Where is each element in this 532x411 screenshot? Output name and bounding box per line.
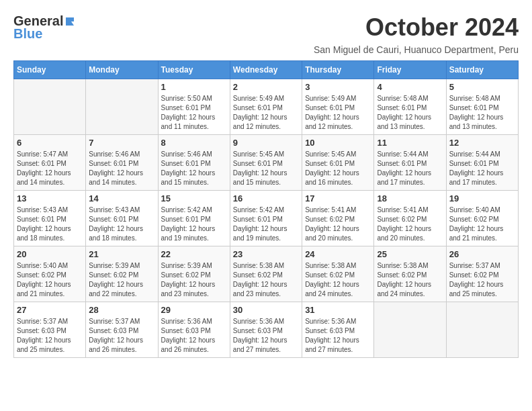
day-info: Sunrise: 5:36 AM Sunset: 6:03 PM Dayligh… bbox=[305, 317, 371, 355]
calendar-week-row: 1Sunrise: 5:50 AM Sunset: 6:01 PM Daylig… bbox=[14, 79, 519, 135]
table-row: 10Sunrise: 5:45 AM Sunset: 6:01 PM Dayli… bbox=[302, 135, 374, 191]
table-row: 28Sunrise: 5:37 AM Sunset: 6:03 PM Dayli… bbox=[86, 302, 158, 358]
day-number: 27 bbox=[17, 305, 83, 315]
day-number: 1 bbox=[161, 82, 227, 92]
title-section: October 2024 San Miguel de Cauri, Huanuc… bbox=[314, 13, 519, 55]
table-row bbox=[374, 302, 446, 358]
calendar-week-row: 6Sunrise: 5:47 AM Sunset: 6:01 PM Daylig… bbox=[14, 135, 519, 191]
day-info: Sunrise: 5:48 AM Sunset: 6:01 PM Dayligh… bbox=[449, 94, 515, 132]
calendar-table: Sunday Monday Tuesday Wednesday Thursday… bbox=[13, 60, 519, 358]
col-saturday: Saturday bbox=[446, 61, 518, 79]
page-header: General Blue October 2024 San Miguel de … bbox=[13, 13, 519, 55]
day-info: Sunrise: 5:37 AM Sunset: 6:03 PM Dayligh… bbox=[17, 317, 83, 355]
day-number: 19 bbox=[449, 193, 515, 203]
table-row: 15Sunrise: 5:42 AM Sunset: 6:01 PM Dayli… bbox=[158, 191, 230, 246]
table-row: 21Sunrise: 5:39 AM Sunset: 6:02 PM Dayli… bbox=[86, 246, 158, 302]
calendar-week-row: 13Sunrise: 5:43 AM Sunset: 6:01 PM Dayli… bbox=[14, 191, 519, 246]
table-row: 18Sunrise: 5:41 AM Sunset: 6:02 PM Dayli… bbox=[374, 191, 446, 246]
day-info: Sunrise: 5:39 AM Sunset: 6:02 PM Dayligh… bbox=[161, 261, 227, 299]
table-row: 14Sunrise: 5:43 AM Sunset: 6:01 PM Dayli… bbox=[86, 191, 158, 246]
day-number: 15 bbox=[161, 193, 227, 203]
col-wednesday: Wednesday bbox=[230, 61, 302, 79]
table-row: 11Sunrise: 5:44 AM Sunset: 6:01 PM Dayli… bbox=[374, 135, 446, 191]
day-info: Sunrise: 5:37 AM Sunset: 6:03 PM Dayligh… bbox=[89, 317, 154, 355]
day-number: 17 bbox=[305, 193, 371, 203]
day-number: 14 bbox=[89, 193, 154, 203]
day-info: Sunrise: 5:36 AM Sunset: 6:03 PM Dayligh… bbox=[161, 317, 227, 355]
day-number: 26 bbox=[449, 249, 515, 259]
day-number: 10 bbox=[305, 138, 371, 148]
table-row: 17Sunrise: 5:41 AM Sunset: 6:02 PM Dayli… bbox=[302, 191, 374, 246]
table-row: 16Sunrise: 5:42 AM Sunset: 6:01 PM Dayli… bbox=[230, 191, 302, 246]
svg-marker-0 bbox=[66, 17, 74, 26]
col-sunday: Sunday bbox=[14, 61, 86, 79]
day-number: 31 bbox=[305, 305, 371, 315]
day-info: Sunrise: 5:40 AM Sunset: 6:02 PM Dayligh… bbox=[449, 205, 515, 243]
day-info: Sunrise: 5:43 AM Sunset: 6:01 PM Dayligh… bbox=[89, 205, 154, 243]
table-row: 29Sunrise: 5:36 AM Sunset: 6:03 PM Dayli… bbox=[158, 302, 230, 358]
day-number: 9 bbox=[233, 138, 299, 148]
table-row: 13Sunrise: 5:43 AM Sunset: 6:01 PM Dayli… bbox=[14, 191, 86, 246]
day-number: 21 bbox=[89, 249, 154, 259]
col-thursday: Thursday bbox=[302, 61, 374, 79]
day-info: Sunrise: 5:48 AM Sunset: 6:01 PM Dayligh… bbox=[377, 94, 443, 132]
day-info: Sunrise: 5:37 AM Sunset: 6:02 PM Dayligh… bbox=[449, 261, 515, 299]
day-number: 29 bbox=[161, 305, 227, 315]
location: San Miguel de Cauri, Huanuco Department,… bbox=[314, 44, 519, 55]
table-row: 31Sunrise: 5:36 AM Sunset: 6:03 PM Dayli… bbox=[302, 302, 374, 358]
table-row: 6Sunrise: 5:47 AM Sunset: 6:01 PM Daylig… bbox=[14, 135, 86, 191]
day-number: 12 bbox=[449, 138, 515, 148]
day-info: Sunrise: 5:46 AM Sunset: 6:01 PM Dayligh… bbox=[161, 150, 227, 187]
day-info: Sunrise: 5:46 AM Sunset: 6:01 PM Dayligh… bbox=[89, 150, 154, 187]
day-number: 11 bbox=[377, 138, 443, 148]
day-info: Sunrise: 5:43 AM Sunset: 6:01 PM Dayligh… bbox=[17, 205, 83, 243]
table-row: 27Sunrise: 5:37 AM Sunset: 6:03 PM Dayli… bbox=[14, 302, 86, 358]
day-info: Sunrise: 5:50 AM Sunset: 6:01 PM Dayligh… bbox=[161, 94, 227, 132]
table-row: 2Sunrise: 5:49 AM Sunset: 6:01 PM Daylig… bbox=[230, 79, 302, 135]
day-number: 13 bbox=[17, 193, 83, 203]
table-row bbox=[446, 302, 518, 358]
col-monday: Monday bbox=[86, 61, 158, 79]
day-info: Sunrise: 5:47 AM Sunset: 6:01 PM Dayligh… bbox=[17, 150, 83, 187]
table-row: 12Sunrise: 5:44 AM Sunset: 6:01 PM Dayli… bbox=[446, 135, 518, 191]
table-row: 9Sunrise: 5:45 AM Sunset: 6:01 PM Daylig… bbox=[230, 135, 302, 191]
table-row: 20Sunrise: 5:40 AM Sunset: 6:02 PM Dayli… bbox=[14, 246, 86, 302]
day-number: 20 bbox=[17, 249, 83, 259]
day-info: Sunrise: 5:44 AM Sunset: 6:01 PM Dayligh… bbox=[377, 150, 443, 187]
day-info: Sunrise: 5:40 AM Sunset: 6:02 PM Dayligh… bbox=[17, 261, 83, 299]
table-row: 8Sunrise: 5:46 AM Sunset: 6:01 PM Daylig… bbox=[158, 135, 230, 191]
day-number: 25 bbox=[377, 249, 443, 259]
table-row bbox=[14, 79, 86, 135]
table-row: 1Sunrise: 5:50 AM Sunset: 6:01 PM Daylig… bbox=[158, 79, 230, 135]
day-info: Sunrise: 5:38 AM Sunset: 6:02 PM Dayligh… bbox=[233, 261, 299, 299]
day-number: 22 bbox=[161, 249, 227, 259]
day-number: 30 bbox=[233, 305, 299, 315]
table-row: 25Sunrise: 5:38 AM Sunset: 6:02 PM Dayli… bbox=[374, 246, 446, 302]
table-row bbox=[86, 79, 158, 135]
day-info: Sunrise: 5:44 AM Sunset: 6:01 PM Dayligh… bbox=[449, 150, 515, 187]
calendar-header-row: Sunday Monday Tuesday Wednesday Thursday… bbox=[14, 61, 519, 79]
table-row: 3Sunrise: 5:49 AM Sunset: 6:01 PM Daylig… bbox=[302, 79, 374, 135]
table-row: 24Sunrise: 5:38 AM Sunset: 6:02 PM Dayli… bbox=[302, 246, 374, 302]
col-tuesday: Tuesday bbox=[158, 61, 230, 79]
logo: General Blue bbox=[13, 13, 77, 42]
day-number: 2 bbox=[233, 82, 299, 92]
logo-blue: Blue bbox=[13, 26, 42, 42]
table-row: 5Sunrise: 5:48 AM Sunset: 6:01 PM Daylig… bbox=[446, 79, 518, 135]
day-number: 18 bbox=[377, 193, 443, 203]
day-number: 16 bbox=[233, 193, 299, 203]
day-info: Sunrise: 5:41 AM Sunset: 6:02 PM Dayligh… bbox=[305, 205, 371, 243]
day-info: Sunrise: 5:38 AM Sunset: 6:02 PM Dayligh… bbox=[305, 261, 371, 299]
day-number: 5 bbox=[449, 82, 515, 92]
day-number: 24 bbox=[305, 249, 371, 259]
day-number: 3 bbox=[305, 82, 371, 92]
calendar-week-row: 20Sunrise: 5:40 AM Sunset: 6:02 PM Dayli… bbox=[14, 246, 519, 302]
day-number: 23 bbox=[233, 249, 299, 259]
table-row: 23Sunrise: 5:38 AM Sunset: 6:02 PM Dayli… bbox=[230, 246, 302, 302]
table-row: 7Sunrise: 5:46 AM Sunset: 6:01 PM Daylig… bbox=[86, 135, 158, 191]
day-number: 6 bbox=[17, 138, 83, 148]
day-number: 28 bbox=[89, 305, 154, 315]
col-friday: Friday bbox=[374, 61, 446, 79]
day-number: 8 bbox=[161, 138, 227, 148]
day-info: Sunrise: 5:42 AM Sunset: 6:01 PM Dayligh… bbox=[233, 205, 299, 243]
